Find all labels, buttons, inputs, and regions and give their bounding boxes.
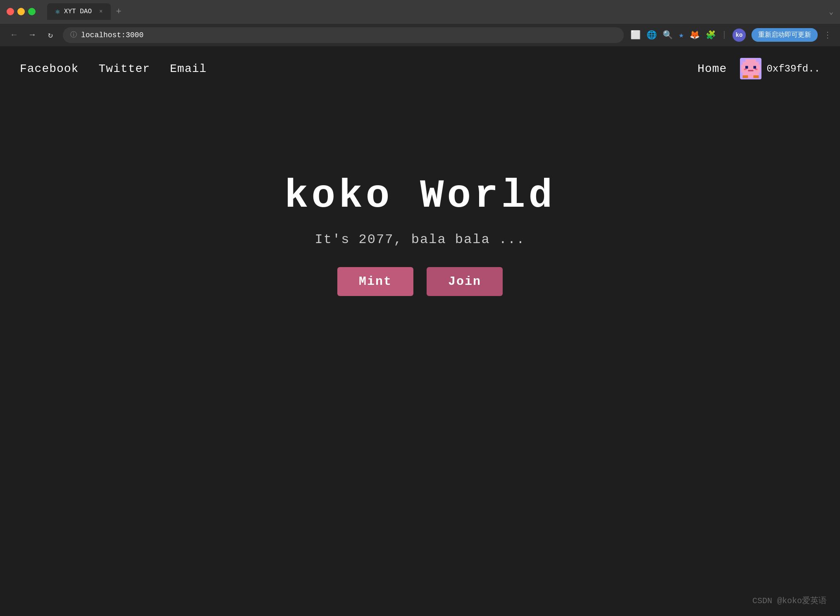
home-link[interactable]: Home [697, 62, 727, 75]
svg-rect-5 [745, 66, 748, 69]
hero-subtitle: It's 2077, bala bala ... [315, 232, 525, 247]
watermark: CSDN @koko爱英语 [752, 595, 827, 606]
hero-section: koko World It's 2077, bala bala ... Mint… [0, 91, 840, 296]
menu-button[interactable]: ⋮ [823, 30, 832, 40]
update-button[interactable]: 重新启动即可更新 [752, 28, 818, 42]
extensions-icon[interactable]: 🧩 [706, 30, 716, 40]
toolbar-icons: ⬜ 🌐 🔍 ★ 🦊 🧩 | ko 重新启动即可更新 ⋮ [630, 28, 832, 42]
browser-chrome: ⚛ XYT DAO × + ⌄ ← → ↻ ⓘ localhost:3000 ⬜… [0, 0, 840, 46]
hero-buttons: Mint Join [337, 267, 503, 296]
cast-icon[interactable]: ⬜ [630, 30, 641, 40]
maximize-button[interactable] [28, 8, 36, 15]
svg-rect-8 [755, 69, 758, 70]
hero-title: koko World [284, 174, 556, 219]
nav-links-right: Home [697, 58, 820, 79]
lock-icon: ⓘ [70, 31, 77, 39]
title-bar: ⚛ XYT DAO × + ⌄ [0, 0, 840, 23]
tab-close-icon[interactable]: × [99, 8, 103, 15]
svg-rect-9 [748, 70, 754, 71]
user-avatar[interactable]: ko [733, 29, 746, 42]
close-button[interactable] [7, 8, 14, 15]
join-button[interactable]: Join [427, 267, 503, 296]
svg-rect-11 [754, 75, 759, 78]
svg-rect-1 [743, 62, 759, 65]
svg-rect-6 [754, 66, 756, 69]
facebook-link[interactable]: Facebook [20, 62, 79, 75]
wallet-address: 0xf39fd.. [766, 63, 820, 74]
forward-button[interactable]: → [26, 30, 38, 40]
tab-react-icon: ⚛ [55, 7, 60, 16]
new-tab-button[interactable]: + [116, 7, 121, 17]
svg-rect-0 [745, 59, 756, 62]
minimize-button[interactable] [17, 8, 25, 15]
website-content: Facebook Twitter Email Home [0, 46, 840, 616]
refresh-button[interactable]: ↻ [45, 30, 56, 40]
email-link[interactable]: Email [170, 62, 207, 75]
tab-bar: ⚛ XYT DAO × + ⌄ [47, 3, 833, 20]
url-display: localhost:3000 [81, 31, 143, 39]
address-field[interactable]: ⓘ localhost:3000 [63, 27, 624, 43]
address-bar: ← → ↻ ⓘ localhost:3000 ⬜ 🌐 🔍 ★ 🦊 🧩 | ko … [0, 23, 840, 46]
mint-button[interactable]: Mint [337, 267, 413, 296]
kirby-avatar [740, 58, 761, 79]
separator: | [722, 30, 727, 40]
twitter-link[interactable]: Twitter [98, 62, 150, 75]
traffic-lights [7, 8, 36, 15]
bookmark-icon[interactable]: ★ [679, 30, 684, 40]
back-button[interactable]: ← [8, 30, 20, 40]
svg-rect-10 [743, 75, 748, 78]
search-icon[interactable]: 🔍 [663, 30, 673, 40]
wallet-info: 0xf39fd.. [740, 58, 820, 79]
translate-icon[interactable]: 🌐 [647, 30, 657, 40]
tab-expand-icon[interactable]: ⌄ [829, 7, 833, 16]
site-nav: Facebook Twitter Email Home [0, 46, 840, 91]
svg-rect-3 [743, 73, 759, 76]
svg-rect-7 [744, 69, 747, 70]
nav-links-left: Facebook Twitter Email [20, 62, 207, 75]
fox-icon[interactable]: 🦊 [690, 30, 700, 40]
active-tab[interactable]: ⚛ XYT DAO × [47, 3, 111, 20]
tab-title: XYT DAO [64, 8, 92, 15]
